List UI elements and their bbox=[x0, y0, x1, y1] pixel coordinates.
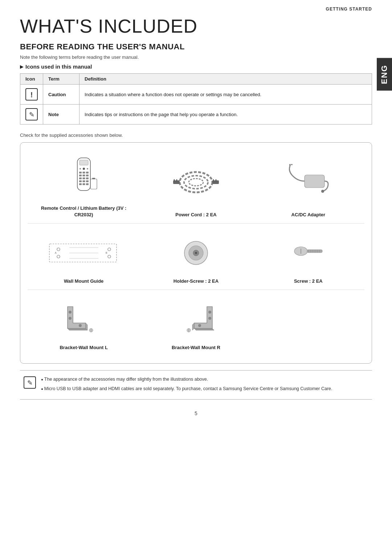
svg-rect-15 bbox=[82, 180, 85, 182]
remote-svg bbox=[69, 157, 98, 201]
accessory-screw: Screw : 2 EA bbox=[252, 226, 364, 288]
note-icon-wrap: ✎ bbox=[24, 376, 36, 389]
section-title: BEFORE READING THE USER'S MANUAL bbox=[20, 42, 372, 52]
accessory-empty bbox=[252, 293, 364, 355]
caution-icon-cell: ! bbox=[20, 85, 43, 105]
svg-text:B: B bbox=[106, 252, 107, 254]
remote-label: Remote Control / Lithium Battery (3V : C… bbox=[31, 205, 136, 218]
wall-mount-guide-label: Wall Mount Guide bbox=[64, 278, 103, 285]
bracket-r-svg bbox=[176, 303, 216, 336]
svg-point-3 bbox=[79, 168, 81, 169]
wall-mount-guide-image: A B bbox=[48, 232, 120, 274]
accessories-row-3: Bracket-Wall Mount L bbox=[28, 293, 364, 355]
col-definition: Definition bbox=[79, 74, 372, 85]
svg-rect-19 bbox=[86, 183, 89, 185]
accessories-row-1: Remote Control / Lithium Battery (3V : C… bbox=[28, 151, 364, 222]
note-definition: Indicates tips or instructions on the pa… bbox=[79, 105, 372, 124]
ac-adapter-svg bbox=[286, 164, 330, 200]
bracket-l-svg bbox=[64, 303, 104, 336]
svg-rect-6 bbox=[82, 172, 85, 173]
svg-rect-17 bbox=[79, 183, 82, 185]
note-text: The appearance of the accessories may di… bbox=[41, 376, 332, 394]
svg-point-60 bbox=[79, 324, 82, 327]
section-label: GETTING STARTED bbox=[0, 0, 392, 12]
svg-rect-1 bbox=[79, 160, 88, 165]
bracket-r-image bbox=[176, 299, 216, 340]
svg-rect-50 bbox=[307, 250, 322, 253]
caution-definition: Indicates a situation where a function d… bbox=[79, 85, 372, 105]
note-term: Note bbox=[43, 105, 79, 124]
accessory-holder-screw: Holder-Screw : 2 EA bbox=[140, 226, 252, 288]
icons-table: Icon Term Definition ! Caution Indicates… bbox=[20, 73, 372, 124]
svg-point-36 bbox=[57, 248, 60, 251]
svg-point-59 bbox=[69, 317, 72, 320]
col-icon: Icon bbox=[20, 74, 43, 85]
bracket-l-label: Bracket-Wall Mount L bbox=[60, 344, 107, 351]
svg-text:A: A bbox=[55, 252, 57, 254]
accessory-ac-adapter: AC/DC Adapter bbox=[252, 151, 364, 222]
svg-rect-14 bbox=[79, 180, 82, 182]
accessory-remote: Remote Control / Lithium Battery (3V : C… bbox=[28, 151, 140, 222]
svg-rect-7 bbox=[86, 172, 89, 173]
svg-point-63 bbox=[208, 311, 211, 314]
subtitle-note: Note the following terms before reading … bbox=[20, 54, 372, 60]
svg-rect-13 bbox=[86, 177, 89, 179]
svg-point-23 bbox=[184, 176, 208, 189]
svg-rect-31 bbox=[305, 175, 324, 188]
accessories-intro: Check for the supplied accessories shown… bbox=[20, 132, 372, 138]
note-item-2: Micro USB to USB adapter and HDMI cables… bbox=[41, 385, 332, 393]
ac-adapter-label: AC/DC Adapter bbox=[291, 212, 325, 218]
table-row: ✎ Note Indicates tips or instructions on… bbox=[20, 105, 372, 124]
svg-rect-10 bbox=[86, 175, 89, 176]
caution-icon: ! bbox=[25, 88, 38, 101]
power-cord-label: Power Cord : 2 EA bbox=[175, 212, 216, 218]
wall-mount-guide-svg: A B bbox=[48, 242, 120, 264]
accessories-row-2: A B Wall Mount Guide Hold bbox=[28, 226, 364, 288]
main-title: WHAT'S INCLUDED bbox=[20, 15, 372, 37]
caution-term: Caution bbox=[43, 85, 79, 105]
page-number: 5 bbox=[20, 410, 372, 416]
col-term: Term bbox=[43, 74, 79, 85]
svg-point-39 bbox=[108, 255, 111, 258]
accessory-wall-mount-guide: A B Wall Mount Guide bbox=[28, 226, 140, 288]
holder-screw-svg bbox=[181, 238, 211, 267]
svg-rect-18 bbox=[82, 183, 85, 185]
svg-rect-16 bbox=[86, 180, 89, 182]
svg-point-48 bbox=[195, 252, 197, 254]
note-icon-bottom: ✎ bbox=[24, 376, 36, 389]
note-item-1: The appearance of the accessories may di… bbox=[41, 376, 332, 383]
table-row: ! Caution Indicates a situation where a … bbox=[20, 85, 372, 105]
icons-heading: Icons used in this manual bbox=[20, 64, 372, 70]
svg-rect-21 bbox=[92, 178, 95, 179]
accessory-bracket-r: Bracket-Wall Mount R bbox=[140, 293, 252, 355]
svg-point-24 bbox=[189, 179, 203, 186]
screw-image bbox=[292, 232, 324, 274]
bracket-r-label: Bracket-Wall Mount R bbox=[172, 344, 220, 351]
svg-point-65 bbox=[198, 324, 201, 327]
bracket-l-image bbox=[64, 299, 104, 340]
note-icon-cell: ✎ bbox=[20, 105, 43, 124]
svg-point-38 bbox=[108, 248, 111, 251]
holder-screw-label: Holder-Screw : 2 EA bbox=[173, 278, 219, 285]
svg-point-34 bbox=[321, 190, 324, 193]
accessory-bracket-l: Bracket-Wall Mount L bbox=[28, 293, 140, 355]
svg-rect-8 bbox=[79, 175, 82, 176]
svg-rect-12 bbox=[82, 177, 85, 179]
holder-screw-image bbox=[181, 232, 211, 274]
svg-point-37 bbox=[57, 255, 60, 258]
note-box: ✎ The appearance of the accessories may … bbox=[20, 370, 372, 400]
svg-point-64 bbox=[208, 317, 211, 320]
power-cord-svg bbox=[172, 164, 220, 200]
svg-rect-11 bbox=[79, 177, 82, 179]
svg-point-2 bbox=[83, 168, 85, 170]
screw-svg bbox=[292, 240, 324, 266]
screw-label: Screw : 2 EA bbox=[294, 278, 323, 285]
svg-point-4 bbox=[87, 168, 88, 169]
accessory-power-cord: Power Cord : 2 EA bbox=[140, 151, 252, 222]
power-cord-image bbox=[172, 157, 220, 207]
side-tab: ENG bbox=[377, 58, 392, 91]
ac-adapter-image bbox=[286, 157, 330, 207]
svg-rect-20 bbox=[90, 179, 97, 189]
remote-image bbox=[69, 157, 98, 201]
note-icon: ✎ bbox=[25, 108, 38, 120]
